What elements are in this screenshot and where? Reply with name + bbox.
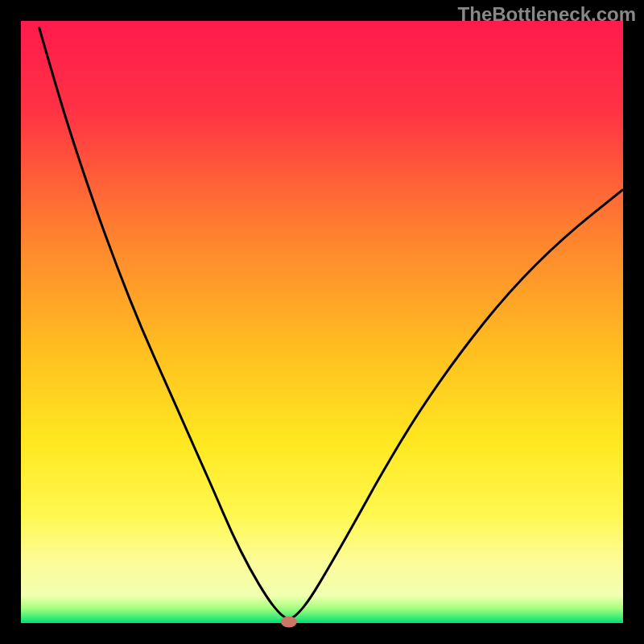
watermark-text: TheBottleneck.com xyxy=(458,3,636,26)
plot-background xyxy=(21,21,623,623)
minimum-marker xyxy=(281,617,297,628)
chart-container: TheBottleneck.com xyxy=(0,0,644,644)
bottleneck-chart xyxy=(0,0,644,644)
